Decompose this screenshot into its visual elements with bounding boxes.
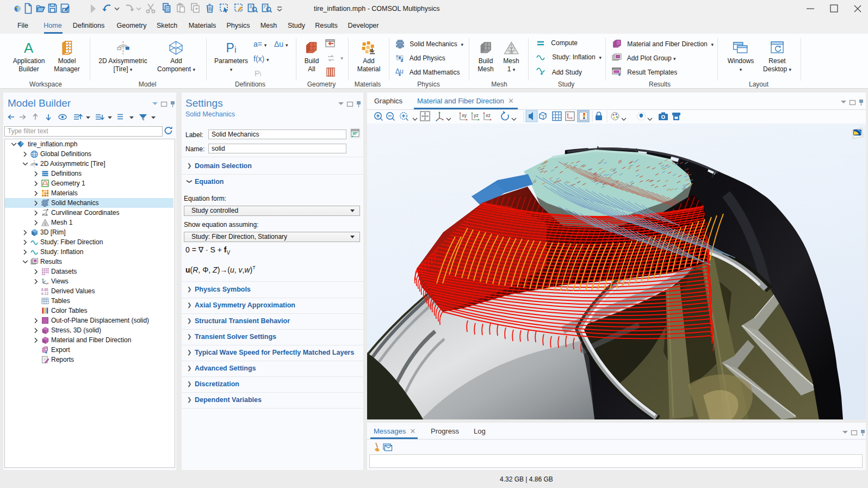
svg-text:xy: xy: [462, 113, 467, 118]
svg-text:A: A: [24, 41, 34, 55]
svg-text:yz: yz: [474, 113, 479, 118]
svg-text:tire_inflation.mph - COMSOL Mu: tire_inflation.mph - COMSOL Multiphysics: [314, 5, 440, 13]
svg-text:xz: xz: [486, 113, 491, 118]
svg-text:Pi: Pi: [226, 41, 237, 55]
